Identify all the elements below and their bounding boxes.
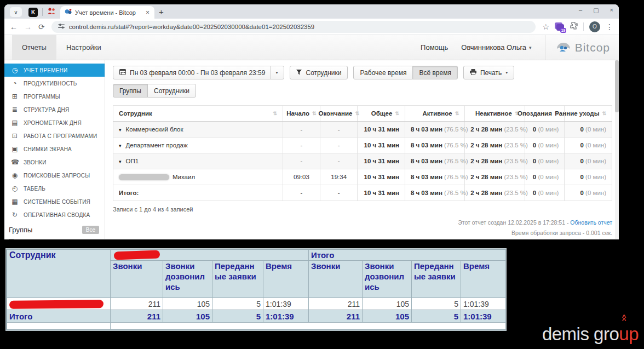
collapse-caret-icon[interactable]: ▾ (119, 159, 122, 164)
cell-total: 10 ч 31 мин (358, 153, 405, 169)
col-employee[interactable]: Сотрудник⇅ (113, 106, 283, 122)
cell-total: 10 ч 31 мин (358, 122, 405, 138)
col-total[interactable]: Общее⇅ (358, 106, 405, 122)
subcol-time: Время (263, 261, 309, 298)
view-tab-employees[interactable]: Сотрудники (147, 84, 196, 98)
report-meta: Этот отчет создан 12.02.2025 в 17:28:51 … (458, 218, 612, 238)
help-link[interactable]: Помощь (421, 43, 448, 52)
cell-value: 1:01:39 (461, 298, 506, 310)
sidebar-item-programs[interactable]: ⊞ ПРОГРАММЫ (4, 90, 105, 103)
sidebar-item-screenshots[interactable]: ▣ СНИМКИ ЭКРАНА (4, 142, 105, 156)
cell-total: 10 ч 31 мин (358, 185, 405, 201)
sidebar-item-timesheet[interactable]: ◴ ТАБЕЛЬ (4, 182, 105, 195)
back-icon[interactable]: ← (10, 22, 18, 31)
sidebar-item-day-structure[interactable]: ≣ СТРУКТУРА ДНЯ (4, 103, 105, 116)
sidebar-item-system-events[interactable]: ▦ СИСТЕМНЫЕ СОБЫТИЯ (4, 195, 105, 208)
nav-tab-reports[interactable]: Отчеты (12, 35, 56, 60)
cell-total: 10 ч 31 мин (358, 169, 405, 185)
col-inactive[interactable]: Неактивное⇅ (465, 106, 525, 122)
report-content: Пн 03 февраля 00:00 - Пн 03 февраля 23:5… (105, 60, 619, 239)
date-range-button[interactable]: Пн 03 февраля 00:00 - Пн 03 февраля 23:5… (113, 66, 284, 79)
cell-active: 8 ч 03 мин (76.5 %) (405, 153, 464, 169)
cell-value: 1:01:39 (263, 310, 309, 323)
extension-icon[interactable]: 19 (555, 22, 565, 31)
group-name[interactable]: ОП1 (126, 158, 139, 164)
sort-icon: ⇅ (355, 111, 359, 116)
pinned-tab-red[interactable] (46, 8, 57, 17)
col-start[interactable]: Начало⇅ (283, 106, 320, 122)
print-button[interactable]: Печать ▾ (463, 66, 514, 79)
browser-menu-icon[interactable]: ⋮ (606, 22, 613, 31)
minimize-icon[interactable]: – (579, 7, 582, 14)
collapse-caret-icon[interactable]: ▾ (119, 127, 122, 133)
extensions-puzzle-icon[interactable] (570, 22, 578, 32)
view-tab-groups[interactable]: Группы (113, 84, 148, 98)
profile-avatar[interactable]: O (589, 21, 600, 32)
collapse-caret-icon[interactable]: ▾ (119, 143, 122, 148)
sidebar-item-label: СТРУКТУРА ДНЯ (24, 107, 69, 113)
site-settings-icon[interactable] (58, 22, 65, 32)
table-row-employee: Михаил 09:03 19:34 10 ч 31 мин 8 ч 03 ми… (113, 169, 612, 185)
sidebar-item-label: СНИМКИ ЭКРАНА (24, 146, 72, 152)
group-name[interactable]: Коммерческий блок (126, 126, 183, 133)
group-name[interactable]: Департамент продаж (126, 142, 188, 148)
scrollbar-thumb[interactable] (615, 60, 619, 112)
tab-close-icon[interactable]: × (144, 9, 151, 16)
bookmark-star-icon[interactable]: ☆ (542, 22, 549, 31)
all-time-button[interactable]: Всё время (412, 66, 457, 79)
sidebar-item-app-usage[interactable]: ⊡ РАБОТА С ПРОГРАММАМИ (4, 129, 105, 142)
sidebar-item-time-tracking[interactable]: ◷ УЧЕТ ВРЕМЕНИ (4, 64, 105, 77)
cell-inactive: 2 ч 28 мин (23.5 %) (465, 122, 525, 138)
tab-search-button[interactable]: ∨ (10, 7, 22, 17)
col-early-leave[interactable]: Ранние уходы⇅ (565, 106, 612, 122)
groups-all-button[interactable]: Все (82, 226, 99, 234)
employees-filter-button[interactable]: Сотрудники (290, 66, 348, 79)
sidebar-item-day-timeline[interactable]: ▤ ХРОНОМЕТРАЖ ДНЯ (4, 116, 105, 129)
close-icon[interactable]: × (610, 7, 613, 14)
tabstrip-divider (42, 8, 43, 16)
table-footer: Записи с 1 до 4 из 4 записей Этот отчет … (113, 206, 612, 238)
people-icon (47, 7, 56, 17)
forward-icon[interactable]: → (24, 22, 32, 31)
records-info: Записи с 1 до 4 из 4 записей (113, 206, 193, 238)
print-label: Печать (480, 69, 502, 77)
cell-start: - (283, 153, 320, 169)
new-tab-button[interactable]: + (159, 7, 164, 16)
sidebar-item-search-queries[interactable]: ◉ ПОИСКОВЫЕ ЗАПРОСЫ (4, 169, 105, 182)
col-end[interactable]: Окончание⇅ (320, 106, 358, 122)
phone-icon: ☎ (11, 158, 19, 166)
checkbox-icon[interactable] (9, 239, 14, 239)
app-header: Отчеты Настройки Помощь Овчинникова Ольг… (4, 35, 619, 60)
address-bar[interactable]: control.demis.ru/stat#?report=workday&da… (51, 21, 536, 33)
nav-tab-settings[interactable]: Настройки (56, 35, 111, 60)
user-menu[interactable]: Овчинникова Ольга ▾ (461, 43, 531, 52)
calls-data-row: 211 105 5 1:01:39 211 105 5 1:01:39 (7, 298, 506, 310)
sidebar-item-productivity[interactable]: ◔ ПРОДУКТИВНОСТЬ (4, 77, 105, 90)
sidebar-item-calls[interactable]: ☎ ЗВОНКИ (4, 156, 105, 169)
chevron-down-icon: ▾ (505, 70, 508, 75)
refresh-report-link[interactable]: Обновить отчет (570, 219, 612, 226)
scrollbar-track[interactable] (615, 60, 619, 239)
work-time-button[interactable]: Рабочее время (353, 66, 413, 79)
employee-name[interactable]: Михаил (173, 174, 195, 180)
col-active[interactable]: Активное⇅ (405, 106, 464, 122)
processing-time: Время обработки запроса - 0.001 сек. (458, 228, 612, 238)
maximize-icon[interactable]: ▢ (593, 7, 599, 14)
sidebar-item-label: УЧЕТ ВРЕМЕНИ (24, 67, 67, 73)
blurred-surname-redaction (119, 174, 169, 180)
calls-group-totals: Итого (309, 250, 506, 261)
sidebar-item-label: ЗВОНКИ (24, 159, 47, 165)
cell-employee: Михаил (113, 169, 283, 185)
browser-tab-active[interactable]: Учет времени - Bitcop × (60, 6, 154, 19)
reload-icon[interactable]: ⟳ (38, 22, 45, 31)
sidebar-item-label: СИСТЕМНЫЕ СОБЫТИЯ (24, 199, 90, 205)
subcol-leads: Переданные заявки (412, 261, 461, 298)
extension-badge: 19 (560, 28, 566, 33)
date-dropdown[interactable]: ▾ (270, 66, 278, 79)
cell-early: 0 (0 мин) (565, 169, 612, 185)
printer-icon (470, 69, 476, 77)
sidebar-item-live-summary[interactable]: ↻ ОПЕРАТИВНАЯ СВОДКА (4, 208, 105, 221)
pinned-tab-k[interactable]: K (28, 8, 38, 17)
created-text: Этот отчет создан 12.02.2025 в 17:28:51 … (458, 219, 570, 226)
sort-icon: ⇅ (455, 111, 459, 116)
